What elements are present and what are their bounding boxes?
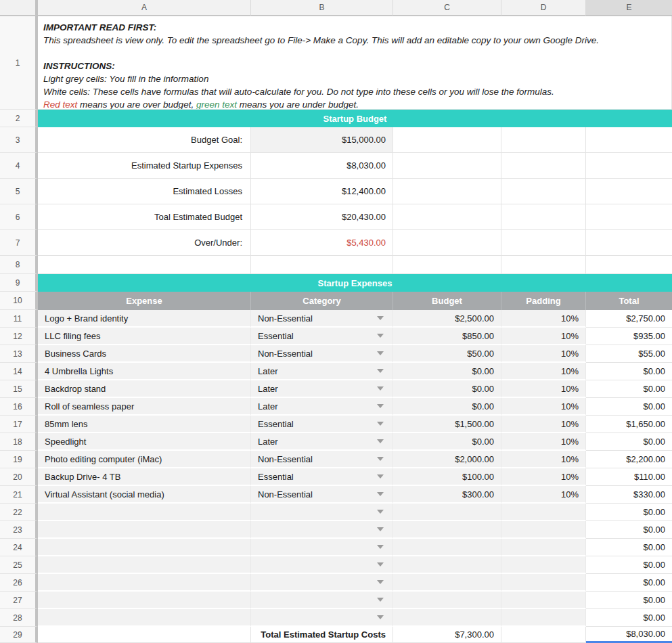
dropdown-arrow-icon[interactable] xyxy=(377,545,384,549)
expense-budget-cell[interactable] xyxy=(393,504,501,521)
expense-total-cell[interactable]: $2,750.00 xyxy=(586,310,672,328)
empty-cell[interactable] xyxy=(393,256,501,274)
row-number[interactable]: 6 xyxy=(0,204,38,230)
empty-cell[interactable] xyxy=(38,256,251,274)
expense-padding-cell[interactable]: 10% xyxy=(501,398,586,416)
expense-budget-cell[interactable] xyxy=(393,521,501,539)
header-total[interactable]: Total xyxy=(586,292,672,310)
dropdown-arrow-icon[interactable] xyxy=(377,334,384,338)
expense-total-cell[interactable]: $0.00 xyxy=(586,539,672,556)
expense-budget-cell[interactable] xyxy=(393,609,501,627)
row-number[interactable]: 20 xyxy=(0,468,38,486)
expense-name-cell[interactable]: Business Cards xyxy=(38,345,251,363)
row-number[interactable]: 27 xyxy=(0,592,38,609)
dropdown-arrow-icon[interactable] xyxy=(377,404,384,408)
row-number[interactable]: 19 xyxy=(0,451,38,468)
row-number[interactable]: 25 xyxy=(0,556,38,574)
total-budget-cell[interactable]: $7,300.00 xyxy=(393,627,501,643)
empty-cell[interactable] xyxy=(501,204,586,230)
row-number[interactable]: 15 xyxy=(0,380,38,398)
expense-total-cell[interactable]: $2,200.00 xyxy=(586,451,672,468)
dropdown-arrow-icon[interactable] xyxy=(377,580,384,584)
expense-budget-cell[interactable]: $0.00 xyxy=(393,363,501,380)
empty-cell[interactable] xyxy=(586,179,672,204)
expense-name-cell[interactable] xyxy=(38,539,251,556)
expense-name-cell[interactable]: 4 Umbrella Lights xyxy=(38,363,251,380)
row-number[interactable]: 24 xyxy=(0,539,38,556)
over-under-value-cell[interactable]: $5,430.00 xyxy=(251,230,393,256)
expense-category-cell[interactable]: Non-Essential xyxy=(251,451,393,468)
expense-total-cell[interactable]: $1,650.00 xyxy=(586,416,672,433)
column-header-c[interactable]: C xyxy=(393,0,501,16)
row-number[interactable]: 5 xyxy=(0,179,38,204)
expense-total-cell[interactable]: $0.00 xyxy=(586,521,672,539)
expense-name-cell[interactable]: Logo + Brand identity xyxy=(38,310,251,328)
dropdown-arrow-icon[interactable] xyxy=(377,474,384,479)
expense-name-cell[interactable]: Speedlight xyxy=(38,433,251,451)
expense-budget-cell[interactable] xyxy=(393,556,501,574)
dropdown-arrow-icon[interactable] xyxy=(377,316,384,320)
expense-budget-cell[interactable] xyxy=(393,539,501,556)
row-number[interactable]: 8 xyxy=(0,256,38,274)
expense-name-cell[interactable]: Roll of seamless paper xyxy=(38,398,251,416)
estimated-expenses-label-cell[interactable]: Estimated Startup Expenses xyxy=(38,153,251,179)
expenses-section-title[interactable]: Startup Expenses xyxy=(38,274,672,292)
row-number[interactable]: 10 xyxy=(0,292,38,310)
expense-category-cell[interactable] xyxy=(251,609,393,627)
expense-budget-cell[interactable] xyxy=(393,574,501,592)
expense-category-cell[interactable] xyxy=(251,539,393,556)
row-number[interactable]: 29 xyxy=(0,627,38,643)
row-number[interactable]: 11 xyxy=(0,310,38,328)
expense-name-cell[interactable]: Virtual Assistant (social media) xyxy=(38,486,251,504)
expense-total-cell[interactable]: $0.00 xyxy=(586,433,672,451)
expense-category-cell[interactable]: Later xyxy=(251,363,393,380)
expense-padding-cell[interactable] xyxy=(501,521,586,539)
expense-name-cell[interactable]: Photo editing computer (iMac) xyxy=(38,451,251,468)
expense-name-cell[interactable] xyxy=(38,574,251,592)
dropdown-arrow-icon[interactable] xyxy=(377,510,384,514)
expense-padding-cell[interactable]: 10% xyxy=(501,486,586,504)
header-category[interactable]: Category xyxy=(251,292,393,310)
row-number[interactable]: 9 xyxy=(0,274,38,292)
empty-cell[interactable] xyxy=(501,230,586,256)
over-under-label-cell[interactable]: Over/Under: xyxy=(38,230,251,256)
expense-category-cell[interactable] xyxy=(251,592,393,609)
expense-padding-cell[interactable]: 10% xyxy=(501,433,586,451)
empty-cell[interactable] xyxy=(393,179,501,204)
empty-cell[interactable] xyxy=(586,230,672,256)
expense-padding-cell[interactable]: 10% xyxy=(501,345,586,363)
dropdown-arrow-icon[interactable] xyxy=(377,386,384,391)
expense-total-cell[interactable]: $0.00 xyxy=(586,380,672,398)
expense-category-cell[interactable]: Non-Essential xyxy=(251,310,393,328)
expense-category-cell[interactable]: Essential xyxy=(251,416,393,433)
expense-category-cell[interactable] xyxy=(251,521,393,539)
row-number[interactable]: 22 xyxy=(0,504,38,521)
expense-total-cell[interactable]: $0.00 xyxy=(586,556,672,574)
row-number[interactable]: 14 xyxy=(0,363,38,380)
empty-cell[interactable] xyxy=(393,230,501,256)
dropdown-arrow-icon[interactable] xyxy=(377,492,384,496)
expense-total-cell[interactable]: $55.00 xyxy=(586,345,672,363)
header-budget[interactable]: Budget xyxy=(393,292,501,310)
expense-total-cell[interactable]: $110.00 xyxy=(586,468,672,486)
row-number[interactable]: 17 xyxy=(0,416,38,433)
expense-padding-cell[interactable]: 10% xyxy=(501,363,586,380)
total-estimated-budget-value-cell[interactable]: $20,430.00 xyxy=(251,204,393,230)
total-costs-label-cell[interactable]: Total Estimated Startup Costs xyxy=(251,627,393,643)
budget-section-title[interactable]: Startup Budget xyxy=(38,110,672,127)
row-number[interactable]: 18 xyxy=(0,433,38,451)
empty-cell[interactable] xyxy=(38,627,251,643)
expense-padding-cell[interactable] xyxy=(501,556,586,574)
expense-total-cell[interactable]: $0.00 xyxy=(586,398,672,416)
expense-name-cell[interactable] xyxy=(38,504,251,521)
column-header-d[interactable]: D xyxy=(501,0,586,16)
expense-padding-cell[interactable] xyxy=(501,504,586,521)
expense-name-cell[interactable]: Backdrop stand xyxy=(38,380,251,398)
expense-category-cell[interactable]: Later xyxy=(251,380,393,398)
expense-total-cell[interactable]: $935.00 xyxy=(586,328,672,345)
expense-padding-cell[interactable]: 10% xyxy=(501,416,586,433)
header-expense[interactable]: Expense xyxy=(38,292,251,310)
expense-category-cell[interactable]: Essential xyxy=(251,468,393,486)
dropdown-arrow-icon[interactable] xyxy=(377,369,384,373)
empty-cell[interactable] xyxy=(586,153,672,179)
